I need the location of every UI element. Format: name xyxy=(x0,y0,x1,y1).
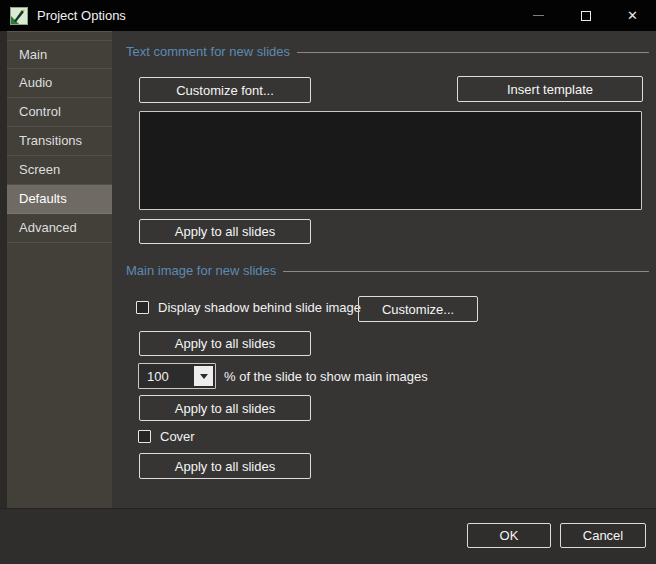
section-header-text-comment: Text comment for new slides xyxy=(126,44,649,59)
customize-font-button[interactable]: Customize font... xyxy=(139,77,311,103)
cancel-button[interactable]: Cancel xyxy=(560,523,646,548)
defaults-page: Text comment for new slides Customize fo… xyxy=(112,31,656,508)
shadow-checkbox-label: Display shadow behind slide image xyxy=(158,300,361,315)
section-title: Main image for new slides xyxy=(126,263,276,278)
insert-template-button[interactable]: Insert template xyxy=(457,76,643,102)
minimize-icon xyxy=(533,15,544,16)
apply-comment-button[interactable]: Apply to all slides xyxy=(139,219,311,244)
sidebar-item-control[interactable]: Control xyxy=(7,98,112,127)
customize-shadow-button[interactable]: Customize... xyxy=(358,296,478,322)
chevron-down-icon xyxy=(200,374,208,379)
window-controls: ✕ xyxy=(515,0,656,31)
sidebar-item-audio[interactable]: Audio xyxy=(7,69,112,98)
cover-checkbox-label: Cover xyxy=(160,429,195,444)
cover-checkbox[interactable] xyxy=(138,430,151,443)
apply-percent-button[interactable]: Apply to all slides xyxy=(139,395,311,421)
section-rule xyxy=(297,52,649,53)
sidebar-item-transitions[interactable]: Transitions xyxy=(7,127,112,156)
window-title: Project Options xyxy=(37,8,126,23)
section-header-main-image: Main image for new slides xyxy=(126,263,649,278)
percent-dropdown-arrow-button[interactable] xyxy=(194,366,213,386)
shadow-checkbox-row: Display shadow behind slide image xyxy=(136,299,361,315)
titlebar: Project Options ✕ xyxy=(0,0,656,31)
sidebar-item-main[interactable]: Main xyxy=(7,40,112,69)
close-icon: ✕ xyxy=(627,9,638,22)
sidebar-item-defaults[interactable]: Defaults xyxy=(7,185,112,214)
ok-button[interactable]: OK xyxy=(467,523,551,548)
section-rule xyxy=(283,271,649,272)
maximize-icon xyxy=(581,11,591,21)
sidebar: Main Audio Control Transitions Screen De… xyxy=(7,31,112,508)
dialog-footer: OK Cancel xyxy=(0,508,656,564)
cover-checkbox-row: Cover xyxy=(138,428,195,444)
sidebar-edge xyxy=(0,31,7,508)
apply-shadow-button[interactable]: Apply to all slides xyxy=(139,331,311,356)
project-options-dialog: Project Options ✕ Main Audio Control Tra… xyxy=(0,0,656,564)
sidebar-item-screen[interactable]: Screen xyxy=(7,156,112,185)
maximize-button[interactable] xyxy=(562,0,609,31)
percent-dropdown[interactable]: 100 xyxy=(138,363,216,389)
comment-text-area[interactable] xyxy=(139,111,642,210)
percent-label: % of the slide to show main images xyxy=(224,369,428,384)
close-button[interactable]: ✕ xyxy=(609,0,656,31)
percent-dropdown-value: 100 xyxy=(147,369,169,384)
sidebar-item-advanced[interactable]: Advanced xyxy=(7,214,112,243)
minimize-button[interactable] xyxy=(515,0,562,31)
section-title: Text comment for new slides xyxy=(126,44,290,59)
app-icon xyxy=(10,7,28,25)
apply-cover-button[interactable]: Apply to all slides xyxy=(139,453,311,479)
shadow-checkbox[interactable] xyxy=(136,301,149,314)
